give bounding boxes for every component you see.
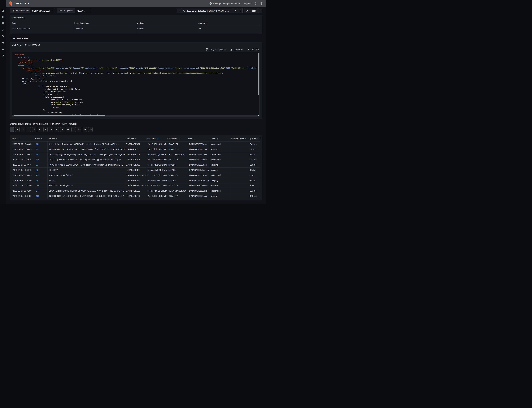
cell-spid-link[interactable]: 89 (35, 178, 47, 183)
cell-spid-link[interactable]: 73 (35, 162, 47, 167)
cell-user: DATABASE091user (188, 141, 209, 147)
timeframe-minute-button[interactable]: 15 (88, 127, 93, 132)
server-icon (2, 16, 4, 18)
timeframe-minute-button[interactable]: 9 (55, 127, 59, 132)
timeframe-minute-button[interactable]: 5 (32, 127, 36, 132)
cell-spid-link[interactable]: 89 (35, 167, 47, 173)
filter-funnel-icon[interactable] (258, 138, 260, 140)
column-header-database[interactable]: Database (136, 21, 198, 26)
sidebar-item-transfer[interactable] (1, 54, 5, 57)
filter-bar: Sql Server Instance SQLINSTANCE003 Event… (6, 7, 266, 14)
filter-funnel-icon[interactable] (245, 138, 247, 140)
column-header-event-sequence[interactable]: Event Sequence (74, 21, 136, 26)
sidebar-item-settings[interactable] (1, 41, 5, 44)
cell-spid-link[interactable]: 122 (35, 141, 47, 147)
cell-spid-link[interactable]: 347 (35, 188, 47, 193)
horizontal-scroll-thumb[interactable] (14, 115, 105, 116)
chevron-left-icon (178, 10, 180, 12)
column-header-time[interactable]: Time↑ (11, 136, 35, 141)
user-menu[interactable]: Hello qmonitor@qmonitor.app! (209, 2, 241, 5)
filter-funnel-icon[interactable] (19, 138, 21, 140)
scroll-right-arrow-icon[interactable]: ▶ (258, 115, 259, 116)
column-header-cpu-time[interactable]: Cpu Time (249, 136, 260, 141)
column-header-username[interactable]: Username (198, 21, 259, 26)
column-header-client-host[interactable]: Client Host (167, 136, 188, 141)
cell-database: DATABASE038 (125, 162, 146, 167)
cell-spid-link[interactable]: 169 (35, 147, 47, 152)
event-sequence-input[interactable]: 3267395 (75, 8, 90, 13)
sidebar-item-license[interactable] (1, 48, 5, 51)
sidebar-item-servers[interactable] (1, 16, 5, 18)
column-header-database[interactable]: Database (125, 136, 146, 141)
sidebar-item-analytics[interactable] (1, 9, 5, 12)
refresh-button[interactable]: Refresh (244, 8, 258, 13)
bar-chart-icon (2, 9, 4, 12)
cell-spid-link[interactable]: 347 (35, 152, 47, 157)
cell-blocking-spid (230, 157, 249, 162)
filter-funnel-icon[interactable] (178, 138, 180, 140)
filter-funnel-icon[interactable] (216, 138, 218, 140)
filter-funnel-icon[interactable] (194, 138, 196, 140)
time-range-forward-button[interactable] (233, 8, 238, 13)
cell-spid-link[interactable]: 265 (35, 173, 47, 178)
refresh-interval-dropdown[interactable] (258, 8, 262, 13)
cell-user: DATABASE094user (188, 183, 209, 188)
timeframe-minute-button[interactable]: 1 (10, 127, 14, 132)
cell-user: DATABASE070admin (188, 178, 209, 183)
cell-database: DATABASE091 (125, 157, 146, 162)
cell-spid-link[interactable]: 169 (35, 193, 47, 198)
column-header-user[interactable]: User (188, 136, 209, 141)
cell-app-name: .Net SqlClient Data P (146, 157, 167, 162)
filter-funnel-icon[interactable] (135, 138, 137, 140)
filter-funnel-icon-active[interactable] (157, 138, 159, 140)
scroll-left-arrow-icon[interactable]: ◀ (12, 115, 14, 116)
cell-client-host: ITSVR112 (167, 147, 188, 152)
filter-funnel-icon[interactable] (41, 138, 43, 140)
sidebar (0, 0, 6, 204)
sidebar-item-history[interactable] (1, 35, 5, 38)
filter-funnel-icon[interactable] (56, 138, 58, 140)
horizontal-scrollbar[interactable]: ◀ ▶ (12, 115, 259, 117)
cell-app-name: Microsoft JDBC Drive (146, 162, 167, 167)
deadlock-xml-collapse-toggle[interactable]: Deadlock XML (10, 37, 262, 40)
column-header-sql-text[interactable]: Sql Text (47, 136, 125, 141)
time-range-back-button[interactable] (177, 8, 181, 13)
column-header-blocking-spid[interactable]: Blocking SPID (230, 136, 249, 141)
timeframe-minute-button[interactable]: 13 (77, 127, 81, 132)
cell-blocking-spid (230, 162, 249, 167)
cell-spid-link[interactable]: 195 (35, 157, 47, 162)
timeframe-minute-button[interactable]: 2 (15, 127, 19, 132)
instance-select[interactable]: SQLINSTANCE003 (30, 8, 55, 13)
cell-time: 2026-02-07 10:30:45 (11, 167, 35, 173)
unformat-button[interactable]: Unformat (247, 48, 259, 51)
timeframe-minute-button[interactable]: 8 (49, 127, 53, 132)
timeframe-minute-button[interactable]: 6 (38, 127, 42, 132)
vertical-scrollbar[interactable] (258, 53, 259, 95)
column-header-status[interactable]: Status (209, 136, 230, 141)
cell-spid-link[interactable]: 265 (35, 183, 47, 188)
xml-code-viewer[interactable]: <deadlock> <victim-list> <victimProcess … (12, 52, 259, 117)
column-header-time[interactable]: Time (12, 21, 74, 26)
column-header-spid[interactable]: SPID (35, 136, 47, 141)
timeframe-minute-button[interactable]: 11 (66, 127, 70, 132)
column-header-app-name[interactable]: App Name (146, 136, 167, 141)
zoom-out-button[interactable] (238, 8, 243, 13)
logout-link[interactable]: Log out (244, 2, 251, 5)
timeframe-minute-button[interactable]: 12 (71, 127, 76, 132)
copy-to-clipboard-button[interactable]: Copy to Clipboard (206, 48, 226, 51)
timeframe-minute-button[interactable]: 7 (43, 127, 48, 132)
timeframe-minute-button[interactable]: 10 (60, 127, 64, 132)
help-button[interactable]: ? (259, 2, 263, 5)
cell-cpu-time: 13.6 s (249, 178, 260, 183)
sidebar-item-sessions[interactable] (1, 28, 5, 31)
cell-database: DATABASE094_manu (125, 173, 146, 178)
download-button[interactable]: Download (230, 48, 243, 51)
timeframe-minute-button[interactable]: 4 (26, 127, 31, 132)
cell-client-host: ITSVR174 (167, 141, 188, 147)
sidebar-item-databases[interactable] (1, 22, 5, 25)
support-button[interactable] (254, 2, 257, 5)
time-range-picker[interactable]: 2026-02-07 10:31:39 to 2026-02-07 10:31:… (181, 8, 233, 13)
timeframe-minute-button[interactable]: 14 (83, 127, 87, 132)
chevron-down-icon (230, 10, 231, 11)
timeframe-minute-button[interactable]: 3 (21, 127, 25, 132)
